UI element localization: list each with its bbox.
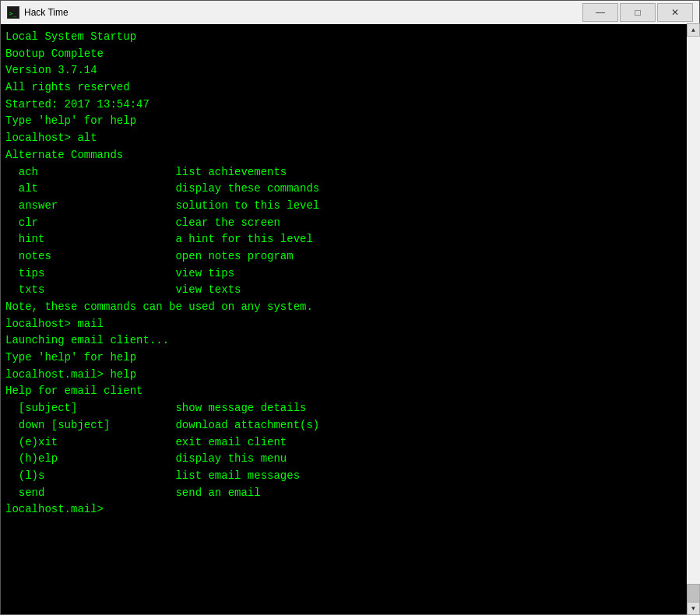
scrollbar-arrow-down[interactable]: ▼ [687, 602, 700, 615]
window-controls: — □ ✕ [582, 3, 693, 22]
svg-text:>_: >_ [9, 10, 17, 17]
terminal-area[interactable]: Local System Startup Bootup Complete Ver… [1, 24, 699, 614]
terminal-output: Local System Startup Bootup Complete Ver… [5, 29, 695, 518]
app-window: >_ Hack Time — □ ✕ Local System Startup … [0, 0, 700, 615]
app-icon: >_ [7, 6, 19, 19]
minimize-button[interactable]: — [582, 3, 618, 22]
title-bar: >_ Hack Time — □ ✕ [1, 1, 699, 24]
window-title: Hack Time [24, 7, 578, 18]
close-button[interactable]: ✕ [657, 3, 693, 22]
maximize-button[interactable]: □ [620, 3, 656, 22]
scrollbar-track: ▲ ▼ [687, 23, 700, 615]
window-frame: >_ Hack Time — □ ✕ Local System Startup … [0, 0, 700, 615]
scrollbar-arrow-up[interactable]: ▲ [687, 23, 700, 37]
